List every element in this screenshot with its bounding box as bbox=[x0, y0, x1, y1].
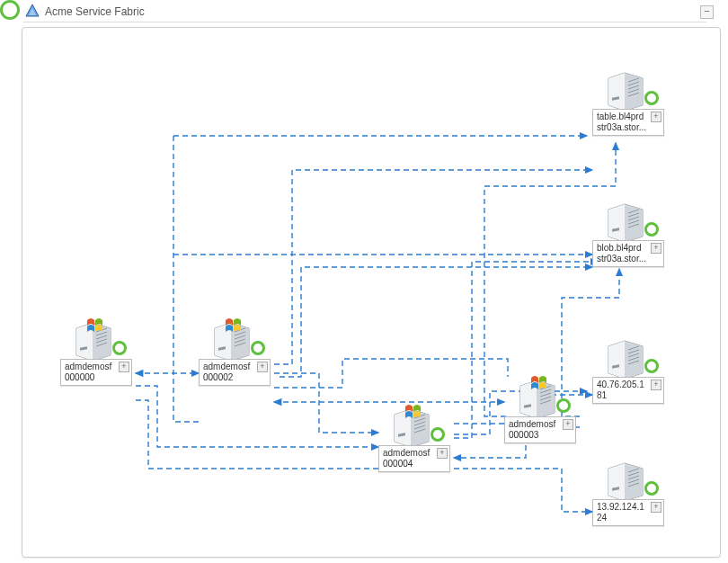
status-icon bbox=[251, 341, 265, 355]
topology-panel: admdemosf000000+admdemosf000002+admdemos… bbox=[22, 27, 721, 558]
server-node-n0[interactable]: admdemosf000000+ bbox=[60, 317, 132, 386]
node-label-line1: admdemosf bbox=[203, 362, 257, 372]
node-label-line2: 000002 bbox=[203, 372, 257, 383]
expand-button[interactable]: + bbox=[651, 243, 661, 254]
collapse-button[interactable]: − bbox=[700, 5, 714, 19]
node-label-line1: blob.bl4prd bbox=[597, 243, 651, 254]
header-status-icon bbox=[0, 0, 20, 20]
expand-button[interactable]: + bbox=[651, 502, 661, 513]
server-icon bbox=[384, 404, 438, 443]
server-node-ip0[interactable]: 40.76.205.181+ bbox=[592, 335, 664, 404]
server-node-n2[interactable]: admdemosf000002+ bbox=[199, 317, 271, 386]
node-label-line2: str03a.stor... bbox=[597, 122, 651, 133]
node-label-line1: admdemosf bbox=[509, 419, 563, 430]
status-icon bbox=[112, 341, 127, 355]
expand-button[interactable]: + bbox=[651, 380, 661, 390]
node-label-line1: admdemosf bbox=[383, 448, 437, 459]
node-label-line1: 13.92.124.1 bbox=[597, 502, 651, 513]
expand-button[interactable]: + bbox=[119, 362, 129, 372]
node-label-line2: str03a.stor... bbox=[597, 254, 651, 264]
expand-button[interactable]: + bbox=[437, 448, 448, 459]
server-icon bbox=[510, 375, 564, 415]
server-node-t0[interactable]: table.bl4prdstr03a.stor...+ bbox=[592, 67, 664, 136]
status-icon bbox=[644, 359, 659, 373]
status-icon bbox=[431, 427, 445, 442]
node-label: admdemosf000000+ bbox=[60, 359, 132, 386]
node-label: blob.bl4prdstr03a.stor...+ bbox=[592, 240, 664, 267]
node-label-line1: admdemosf bbox=[65, 362, 119, 372]
status-icon bbox=[644, 91, 659, 105]
status-icon bbox=[644, 481, 659, 496]
server-node-ip1[interactable]: 13.92.124.124+ bbox=[592, 458, 664, 526]
expand-button[interactable]: + bbox=[563, 419, 573, 430]
fabric-icon bbox=[25, 4, 40, 18]
node-label-line1: table.bl4prd bbox=[597, 112, 651, 122]
node-label-line2: 000004 bbox=[383, 459, 437, 469]
node-label: table.bl4prdstr03a.stor...+ bbox=[592, 109, 664, 136]
server-icon bbox=[598, 67, 652, 107]
node-label: 13.92.124.124+ bbox=[592, 499, 664, 526]
node-label: admdemosf000004+ bbox=[378, 445, 450, 472]
node-label-line1: 40.76.205.1 bbox=[597, 380, 651, 390]
server-node-n3[interactable]: admdemosf000003+ bbox=[504, 375, 576, 443]
server-node-b0[interactable]: blob.bl4prdstr03a.stor...+ bbox=[592, 199, 664, 267]
node-label: 40.76.205.181+ bbox=[592, 377, 664, 404]
page-title: Acme Service Fabric bbox=[45, 5, 145, 18]
status-icon bbox=[556, 398, 571, 413]
node-label-line2: 000003 bbox=[509, 430, 563, 441]
server-icon bbox=[204, 317, 258, 357]
node-label-line2: 000000 bbox=[65, 372, 119, 383]
node-label-line2: 81 bbox=[597, 390, 651, 401]
expand-button[interactable]: + bbox=[257, 362, 268, 372]
server-icon bbox=[598, 199, 652, 238]
node-label: admdemosf000003+ bbox=[504, 416, 576, 443]
expand-button[interactable]: + bbox=[651, 112, 661, 122]
server-icon bbox=[598, 335, 652, 375]
server-icon bbox=[598, 458, 652, 497]
node-label-line2: 24 bbox=[597, 513, 651, 523]
status-icon bbox=[644, 222, 659, 237]
node-label: admdemosf000002+ bbox=[199, 359, 271, 386]
server-icon bbox=[66, 317, 120, 357]
server-node-n4[interactable]: admdemosf000004+ bbox=[378, 404, 450, 472]
header-divider bbox=[23, 22, 706, 22]
